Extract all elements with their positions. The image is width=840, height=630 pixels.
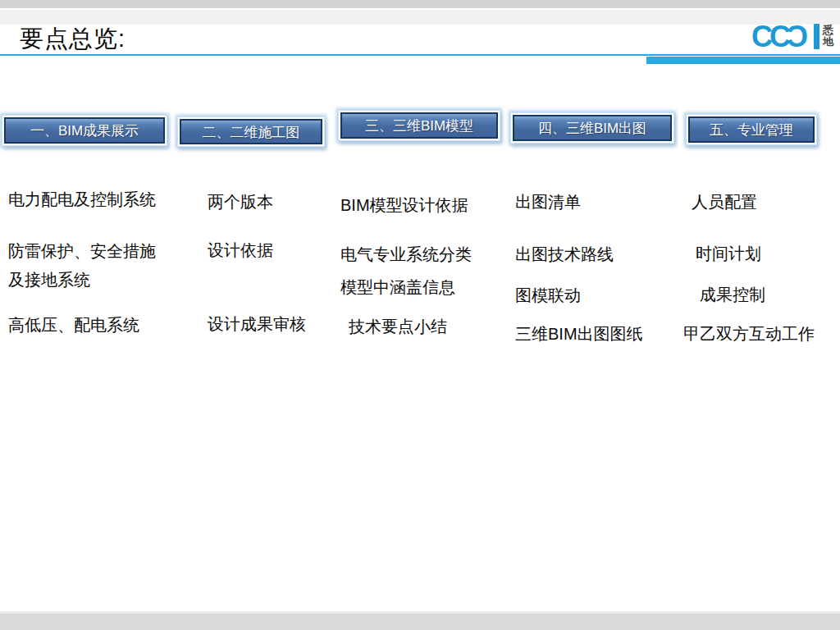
tab-2d-construction-drawing[interactable]: 二、二维施工图 [177, 116, 325, 147]
tab-professional-management-label: 五、专业管理 [688, 116, 815, 143]
list-item: 设计依据 [208, 236, 273, 265]
list-item: 图模联动 [515, 281, 581, 310]
header-divider-line [0, 54, 840, 56]
logo-cn-char-top: 悉 [823, 25, 833, 36]
list-item: 防雷保护、安全措施 及接地系统 [8, 237, 156, 294]
tab-bim-results-label: 一、BIM成果展示 [4, 117, 165, 144]
list-item: 三维BIM出图图纸 [515, 320, 643, 349]
tab-3d-bim-drawing-output-label: 四、三维BIM出图 [513, 115, 672, 141]
page-title: 要点总览: [20, 23, 126, 56]
logo-letter-c-reversed: C [790, 21, 808, 52]
list-item: 出图清单 [515, 188, 581, 217]
list-item: 甲乙双方互动工作 [683, 320, 815, 349]
tab-3d-bim-model[interactable]: 三、三维BIM模型 [338, 110, 500, 141]
window-bottom-bar [0, 611, 840, 630]
list-item: 电气专业系统分类 [340, 240, 472, 269]
logo-cn-char-bottom: 地 [823, 36, 833, 48]
logo-letter-i-bar [814, 24, 819, 49]
ccdi-logo: C C C 悉 地 [751, 21, 833, 51]
list-item: 成果控制 [700, 281, 765, 309]
list-item: 高低压、配电系统 [8, 311, 139, 340]
window-toolbar-strip [0, 10, 840, 25]
ccdi-logo-letters: C C C [751, 21, 819, 51]
tab-bim-results[interactable]: 一、BIM成果展示 [2, 115, 167, 146]
logo-company-name-cn: 悉 地 [823, 25, 833, 48]
tab-3d-bim-drawing-output[interactable]: 四、三维BIM出图 [510, 112, 674, 144]
window-top-bar [0, 0, 840, 8]
list-item: 时间计划 [696, 240, 761, 268]
logo-letter-c1: C [751, 21, 769, 52]
list-item: 出图技术路线 [515, 240, 614, 269]
logo-letter-c2: C [769, 21, 788, 52]
tab-3d-bim-model-label: 三、三维BIM模型 [340, 112, 498, 139]
list-item: 设计成果审核 [208, 310, 306, 339]
tab-2d-construction-drawing-label: 二、二维施工图 [180, 119, 322, 144]
list-item: 两个版本 [208, 188, 273, 217]
header-accent-bar [646, 57, 840, 64]
list-item: 电力配电及控制系统 [8, 185, 156, 214]
tab-professional-management[interactable]: 五、专业管理 [686, 114, 817, 145]
list-item: BIM模型设计依据 [340, 191, 468, 220]
list-item: 技术要点小结 [349, 313, 447, 341]
list-item: 模型中涵盖信息 [340, 273, 455, 302]
list-item: 人员配置 [692, 188, 757, 217]
